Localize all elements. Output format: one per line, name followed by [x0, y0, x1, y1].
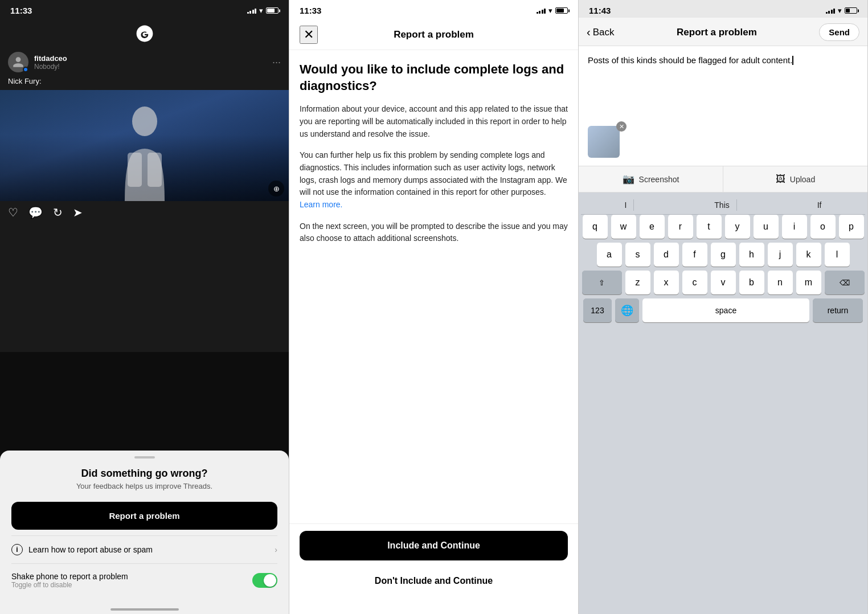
- repost-icon[interactable]: ↻: [53, 206, 63, 219]
- comment-icon[interactable]: 💬: [28, 206, 43, 219]
- suggestion-2[interactable]: This: [707, 199, 736, 211]
- key-t[interactable]: t: [697, 215, 722, 239]
- active-dot: [23, 67, 28, 72]
- key-m[interactable]: m: [796, 271, 821, 294]
- modal-para1: Information about your device, account a…: [300, 103, 568, 140]
- key-q[interactable]: q: [583, 215, 608, 239]
- report-problem-button[interactable]: Report a problem: [11, 502, 277, 530]
- keyboard: I This If q w e r t y u i o p a s d f g …: [579, 193, 867, 614]
- panel-threads-feed: 11:33 ▾ fitdad: [0, 0, 289, 614]
- battery-icon: [266, 7, 279, 14]
- modal-header: ✕ Report a problem: [289, 18, 578, 50]
- wifi-icon: ▾: [259, 6, 263, 15]
- compose-text-area[interactable]: Posts of this kinds should be flagged fo…: [579, 46, 867, 92]
- key-l[interactable]: l: [825, 243, 850, 267]
- key-p[interactable]: p: [839, 215, 864, 239]
- backspace-key[interactable]: ⌫: [825, 271, 865, 294]
- learn-abuse-text: Learn how to report abuse or spam: [28, 545, 269, 554]
- key-h[interactable]: h: [739, 243, 764, 267]
- bottom-sheet: Did something go wrong? Your feedback he…: [0, 451, 289, 614]
- back-chevron-icon: ‹: [587, 26, 591, 39]
- avatar-wrap: [8, 52, 28, 72]
- key-c[interactable]: c: [682, 271, 707, 294]
- threads-logo: [0, 18, 289, 48]
- signal-icon: [247, 7, 257, 14]
- key-g[interactable]: g: [711, 243, 736, 267]
- avatar-icon: [12, 56, 24, 68]
- shake-subtitle: Toggle off to disable: [11, 581, 252, 589]
- bookmark-btn[interactable]: ⊕: [268, 181, 284, 197]
- key-e[interactable]: e: [640, 215, 665, 239]
- keyboard-row-2: a s d f g h j k l: [581, 243, 865, 267]
- key-u[interactable]: u: [754, 215, 779, 239]
- status-bar-1: 11:33 ▾: [0, 0, 289, 18]
- space-key[interactable]: space: [642, 298, 809, 322]
- key-s[interactable]: s: [625, 243, 650, 267]
- keyboard-row-3: ⇧ z x c v b n m ⌫: [581, 271, 865, 294]
- battery-icon-3: [845, 7, 857, 14]
- upload-button[interactable]: 🖼 Upload: [723, 166, 867, 192]
- send-button[interactable]: Send: [819, 23, 859, 41]
- key-f[interactable]: f: [682, 243, 707, 267]
- sheet-title: Did something go wrong?: [11, 468, 277, 480]
- share-icon[interactable]: ➤: [73, 206, 83, 219]
- thumb-image: [588, 126, 620, 158]
- modal-footer: Include and Continue Don't Include and C…: [289, 523, 578, 614]
- key-a[interactable]: a: [597, 243, 622, 267]
- svg-rect-1: [128, 153, 142, 187]
- wifi-icon-3: ▾: [838, 6, 842, 15]
- key-d[interactable]: d: [654, 243, 679, 267]
- wifi-icon-2: ▾: [548, 6, 552, 15]
- word-suggestions: I This If: [581, 196, 865, 215]
- include-continue-button[interactable]: Include and Continue: [300, 531, 568, 560]
- dont-include-continue-button[interactable]: Don't Include and Continue: [300, 566, 568, 596]
- sheet-handle: [134, 456, 155, 459]
- key-n[interactable]: n: [768, 271, 793, 294]
- post-menu-icon[interactable]: ···: [272, 56, 281, 68]
- svg-point-0: [132, 107, 157, 136]
- close-button[interactable]: ✕: [300, 26, 318, 44]
- key-z[interactable]: z: [625, 271, 650, 294]
- home-bar: [110, 608, 179, 611]
- thumb-remove-btn[interactable]: ✕: [616, 121, 627, 132]
- status-icons-3: ▾: [826, 6, 858, 15]
- modal-heading: Would you like to include complete logs …: [300, 62, 568, 94]
- key-o[interactable]: o: [810, 215, 836, 239]
- return-key[interactable]: return: [813, 298, 863, 322]
- modal-body: Would you like to include complete logs …: [289, 50, 578, 523]
- key-j[interactable]: j: [768, 243, 793, 267]
- key-w[interactable]: w: [611, 215, 636, 239]
- key-k[interactable]: k: [796, 243, 821, 267]
- key-r[interactable]: r: [668, 215, 693, 239]
- back-label: Back: [593, 27, 615, 38]
- shake-toggle[interactable]: [252, 573, 277, 588]
- suggestion-1[interactable]: I: [617, 199, 634, 211]
- threads-logo-icon: [134, 23, 155, 44]
- suggestion-3[interactable]: If: [810, 199, 829, 211]
- key-y[interactable]: y: [725, 215, 750, 239]
- screenshot-button[interactable]: 📷 Screenshot: [579, 166, 723, 192]
- media-toolbar: 📷 Screenshot 🖼 Upload: [579, 166, 867, 193]
- screenshot-label: Screenshot: [639, 175, 679, 184]
- back-button[interactable]: ‹ Back: [587, 26, 614, 39]
- post-user-info: fitdadceo Nobody!: [34, 54, 267, 71]
- numbers-key[interactable]: 123: [583, 298, 612, 322]
- key-x[interactable]: x: [654, 271, 679, 294]
- learn-more-link[interactable]: Learn more.: [300, 200, 342, 209]
- modal-para2: You can further help us fix this problem…: [300, 149, 568, 211]
- shift-key[interactable]: ⇧: [582, 271, 622, 294]
- learn-abuse-row[interactable]: i Learn how to report abuse or spam ›: [11, 535, 277, 563]
- upload-icon: 🖼: [776, 174, 785, 185]
- globe-key[interactable]: 🌐: [615, 298, 639, 322]
- key-b[interactable]: b: [739, 271, 764, 294]
- upload-label: Upload: [790, 175, 815, 184]
- battery-icon-2: [555, 7, 568, 14]
- signal-icon-2: [537, 7, 546, 14]
- camera-icon: 📷: [623, 173, 634, 185]
- status-icons-1: ▾: [247, 6, 279, 15]
- post-subtitle: Nobody!: [34, 63, 267, 71]
- key-v[interactable]: v: [711, 271, 736, 294]
- like-icon[interactable]: ♡: [8, 206, 18, 219]
- text-cursor: [792, 56, 793, 65]
- key-i[interactable]: i: [782, 215, 807, 239]
